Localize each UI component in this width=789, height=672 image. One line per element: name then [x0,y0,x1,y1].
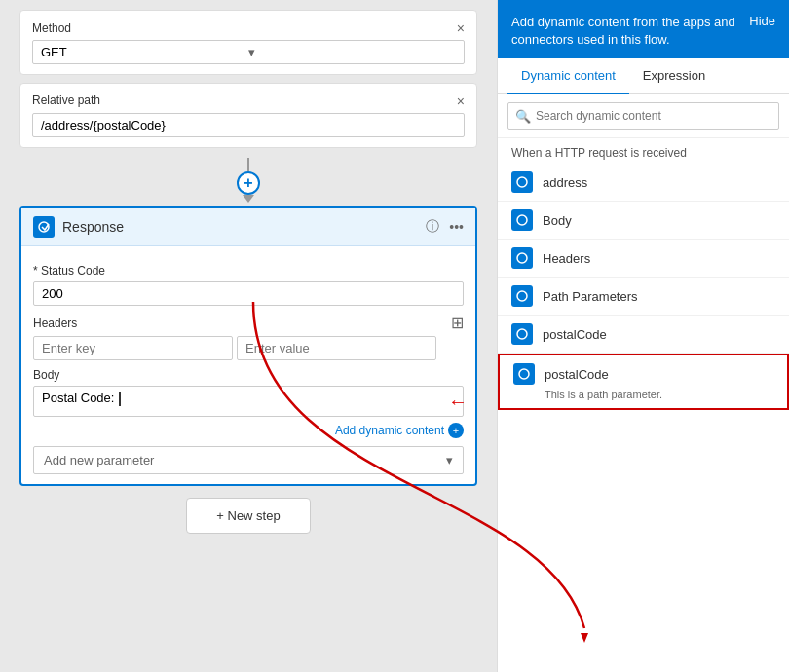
relative-path-close-button[interactable]: × [457,93,465,109]
tab-expression[interactable]: Expression [629,58,719,94]
item-description-postalcode-2: This is a path parameter. [513,389,662,400]
add-new-parameter-row[interactable]: Add new parameter ▾ [33,446,464,474]
method-label: Method [32,21,71,35]
dynamic-search-input[interactable] [507,102,779,130]
dynamic-item-headers[interactable]: Headers [498,240,789,278]
dynamic-tabs: Dynamic content Expression [498,58,789,94]
response-header-left: Response [33,216,124,238]
section-header: When a HTTP request is received [498,138,789,164]
item-icon-postalcode-2 [513,363,535,385]
status-code-label: * Status Code [33,264,464,278]
item-label-postalcode-1: postalCode [543,327,607,342]
plus-icon: + [244,174,252,192]
item-label-body: Body [543,213,572,228]
headers-inputs [33,336,436,360]
svg-point-1 [517,177,527,187]
dynamic-item-body[interactable]: Body [498,202,789,240]
status-code-input[interactable] [33,281,464,306]
headers-label: Headers [33,317,77,330]
item-label-path-parameters: Path Parameters [543,289,638,304]
method-select[interactable]: GET ▾ [32,40,465,64]
svg-point-5 [517,329,527,339]
hide-panel-button[interactable]: Hide [749,14,775,28]
svg-point-6 [519,369,529,379]
dynamic-item-postalcode-2[interactable]: postalCode This is a path parameter. [498,354,789,410]
item-icon-headers [511,247,533,269]
table-icon[interactable]: ⊞ [451,314,464,332]
method-value: GET [41,45,248,59]
add-step-circle-button[interactable]: + [237,171,260,195]
relative-path-card: Relative path × [19,83,477,148]
relative-path-input[interactable] [32,113,465,137]
headers-label-row: Headers ⊞ [33,314,464,332]
response-card: Response ⓘ ••• * Status Code Headers ⊞ B… [19,206,477,486]
response-header-right: ⓘ ••• [426,218,464,236]
item-icon-address [511,171,533,193]
add-param-chevron-icon: ▾ [446,453,453,467]
connector-arrow [243,195,254,203]
add-dynamic-label: Add dynamic content [335,424,444,437]
svg-point-4 [517,291,527,301]
add-dynamic-icon: + [448,423,464,438]
connector-line [247,158,249,171]
info-icon[interactable]: ⓘ [426,218,439,236]
dynamic-item-path-parameters[interactable]: Path Parameters [498,278,789,316]
dynamic-item-postalcode-1[interactable]: postalCode [498,316,789,354]
item-icon-path-parameters [511,285,533,307]
response-header: Response ⓘ ••• [21,208,475,246]
dynamic-items-list: When a HTTP request is received address … [498,138,789,672]
response-body: * Status Code Headers ⊞ Body Postal Code… [21,246,475,484]
dynamic-search-area: 🔍 [498,94,789,138]
item-icon-body [511,209,533,231]
body-text: Postal Code: [42,391,118,405]
body-input[interactable]: Postal Code: [33,386,464,417]
add-dynamic-link-row: Add dynamic content + [33,421,464,438]
response-title: Response [62,219,124,235]
item-label-address: address [543,175,587,190]
dynamic-item-address[interactable]: address [498,164,789,202]
relative-path-label: Relative path [32,93,100,109]
response-icon [33,216,55,238]
item-label-headers: Headers [543,251,590,266]
body-label: Body [33,368,464,382]
more-options-icon[interactable]: ••• [449,219,464,235]
body-field-wrapper: Postal Code: ← [33,386,464,417]
add-dynamic-content-link[interactable]: Add dynamic content + [335,423,464,438]
method-card: Method × GET ▾ [19,10,477,75]
svg-point-3 [517,253,527,263]
svg-point-2 [517,215,527,225]
header-value-input[interactable] [237,336,436,360]
method-close-button[interactable]: × [457,20,465,36]
tab-dynamic-content[interactable]: Dynamic content [507,58,629,94]
step-connector: + [19,158,477,203]
dynamic-content-panel: Add dynamic content from the apps and co… [497,0,789,672]
arrow-indicator: ← [448,391,468,413]
dynamic-panel-header: Add dynamic content from the apps and co… [498,0,789,58]
cursor [119,392,121,406]
add-param-label: Add new parameter [44,453,154,467]
new-step-button[interactable]: + New step [186,498,310,534]
item-label-postalcode-2: postalCode [545,367,609,382]
dynamic-panel-header-text: Add dynamic content from the apps and co… [511,14,739,49]
search-icon: 🔍 [515,109,531,124]
chevron-down-icon: ▾ [248,45,456,59]
item-icon-postalcode-1 [511,323,533,345]
header-key-input[interactable] [33,336,233,360]
